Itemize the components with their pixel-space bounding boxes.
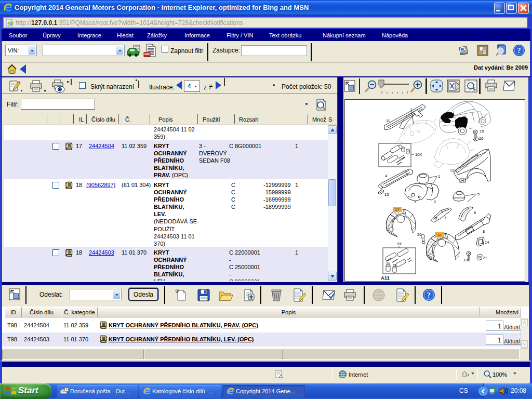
svg-text:?: ? <box>427 291 431 299</box>
svg-text:11: 11 <box>386 118 390 123</box>
svg-text:17: 17 <box>395 207 399 212</box>
svg-text:4: 4 <box>385 174 387 178</box>
svg-text:16: 16 <box>479 136 483 141</box>
svg-text:13: 13 <box>384 192 389 197</box>
svg-text:7: 7 <box>444 216 446 220</box>
svg-text:21: 21 <box>483 256 487 260</box>
svg-text:18: 18 <box>437 233 441 237</box>
svg-text:1: 1 <box>438 174 440 179</box>
svg-text:12: 12 <box>450 168 454 172</box>
svg-text:3: 3 <box>414 200 416 204</box>
svg-text:A11: A11 <box>381 275 390 281</box>
svg-text:15: 15 <box>480 129 484 134</box>
svg-text:?: ? <box>517 47 521 55</box>
svg-text:6: 6 <box>474 210 476 215</box>
svg-text:2: 2 <box>434 200 436 204</box>
svg-text:19: 19 <box>463 258 468 262</box>
svg-text:8: 8 <box>483 229 485 234</box>
svg-text:20: 20 <box>417 232 421 237</box>
svg-text:5: 5 <box>477 192 480 196</box>
svg-text:10X: 10X <box>415 152 422 157</box>
svg-text:14: 14 <box>485 240 489 245</box>
svg-text:9X: 9X <box>397 242 402 246</box>
